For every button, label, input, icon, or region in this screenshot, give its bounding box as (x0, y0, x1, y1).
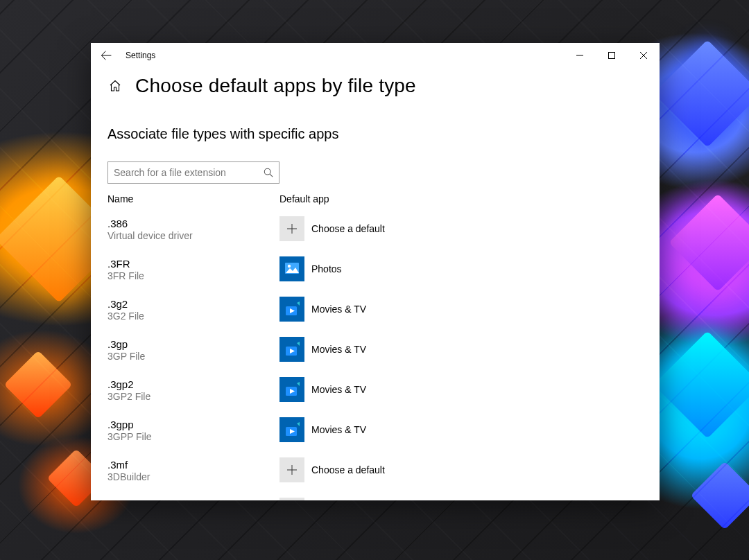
file-type-row: .3g23G2 FileMovies & TV (107, 289, 643, 329)
file-description: 3G2 File (107, 310, 279, 322)
page-title: Choose default apps by file type (135, 75, 416, 97)
file-type-info: .3FR3FR File (107, 256, 279, 281)
file-type-info: .3gp23GP2 File (107, 377, 279, 402)
movies-app-icon (279, 337, 304, 362)
subheading: Associate file types with specific apps (107, 126, 643, 142)
plus-icon (279, 498, 304, 500)
svg-rect-0 (609, 53, 615, 59)
search-box[interactable] (107, 161, 279, 184)
plus-icon (279, 457, 304, 482)
maximize-icon (608, 52, 615, 59)
file-type-info: .3gp3GP File (107, 337, 279, 362)
back-button[interactable] (91, 43, 121, 68)
file-type-info: .3gpp3GPP File (107, 417, 279, 442)
minimize-button[interactable] (564, 43, 596, 68)
file-type-row: .3gpp3GPP FileMovies & TV (107, 410, 643, 450)
column-name-header: Name (107, 193, 279, 204)
default-app-label: Movies & TV (311, 384, 366, 395)
default-app-button[interactable]: Movies & TV (279, 417, 366, 442)
file-type-row: .3FR3FR FilePhotos (107, 249, 643, 289)
file-extension: .3FR (107, 258, 279, 270)
file-extension: .a (107, 499, 279, 500)
minimize-icon (576, 52, 583, 59)
file-type-row: .3mf3DBuilderChoose a default (107, 450, 643, 490)
file-type-list: .386Virtual device driverChoose a defaul… (107, 209, 643, 500)
file-type-row: .aA FileChoose a default (107, 490, 643, 500)
default-app-label: Movies & TV (311, 304, 366, 315)
home-button[interactable] (107, 78, 123, 94)
movies-app-icon (279, 297, 304, 322)
file-type-info: .aA File (107, 498, 279, 500)
maximize-button[interactable] (596, 43, 628, 68)
default-app-button[interactable]: Choose a default (279, 216, 385, 241)
default-app-button[interactable]: Choose a default (279, 457, 385, 482)
svg-point-3 (288, 265, 291, 268)
content-area: Choose default apps by file type Associa… (91, 68, 660, 500)
search-icon (264, 168, 273, 177)
file-extension: .386 (107, 218, 279, 229)
file-extension: .3g2 (107, 298, 279, 310)
default-app-button[interactable]: Choose a default (279, 498, 385, 500)
file-type-info: .386Virtual device driver (107, 216, 279, 241)
file-extension: .3mf (107, 459, 279, 471)
file-type-info: .3g23G2 File (107, 297, 279, 322)
default-app-label: Photos (311, 263, 342, 274)
column-headers: Name Default app (107, 193, 643, 204)
file-extension: .3gpp (107, 419, 279, 430)
default-app-button[interactable]: Movies & TV (279, 377, 366, 402)
file-type-info: .3mf3DBuilder (107, 457, 279, 482)
movies-app-icon (279, 417, 304, 442)
file-extension: .3gp2 (107, 378, 279, 390)
svg-point-1 (264, 168, 270, 175)
file-description: 3FR File (107, 270, 279, 281)
plus-icon (279, 216, 304, 241)
titlebar: Settings (91, 43, 660, 68)
default-app-button[interactable]: Movies & TV (279, 337, 366, 362)
file-type-row: .3gp23GP2 FileMovies & TV (107, 369, 643, 410)
default-app-label: Movies & TV (311, 424, 366, 435)
default-app-button[interactable]: Photos (279, 256, 342, 281)
search-input[interactable] (114, 167, 264, 178)
settings-window: Settings Choose default apps by file typ… (91, 43, 660, 500)
window-title: Settings (121, 51, 155, 60)
file-type-row: .386Virtual device driverChoose a defaul… (107, 209, 643, 249)
default-app-label: Movies & TV (311, 344, 366, 355)
file-description: 3GP2 File (107, 391, 279, 402)
arrow-left-icon (101, 50, 112, 61)
file-type-row: .3gp3GP FileMovies & TV (107, 329, 643, 369)
default-app-label: Choose a default (311, 223, 385, 234)
file-description: Virtual device driver (107, 230, 279, 241)
column-app-header: Default app (279, 193, 329, 204)
default-app-button[interactable]: Movies & TV (279, 297, 366, 322)
close-icon (640, 52, 647, 59)
home-icon (109, 80, 121, 92)
photos-app-icon (279, 256, 304, 281)
file-description: 3GPP File (107, 431, 279, 442)
file-description: 3DBuilder (107, 471, 279, 482)
file-description: 3GP File (107, 351, 279, 362)
close-button[interactable] (628, 43, 660, 68)
movies-app-icon (279, 377, 304, 402)
default-app-label: Choose a default (311, 464, 385, 475)
file-extension: .3gp (107, 338, 279, 350)
